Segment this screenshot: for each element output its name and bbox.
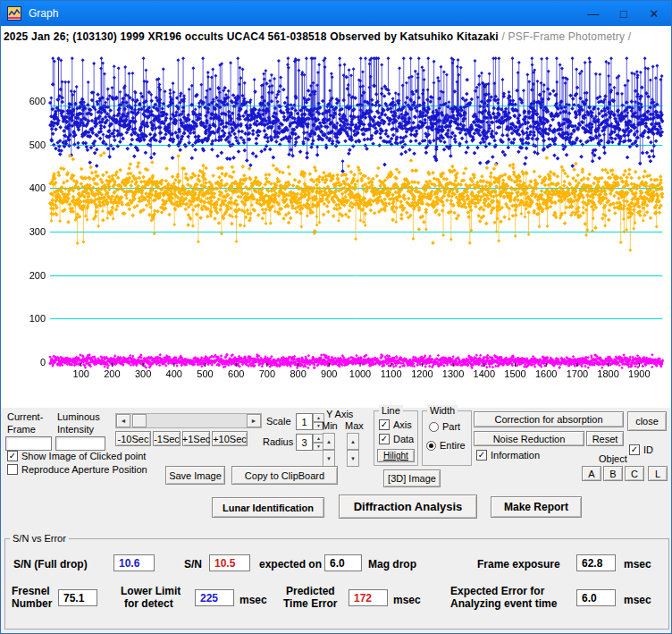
information-checkbox-box xyxy=(476,450,487,461)
photometry-chart[interactable] xyxy=(6,47,668,403)
scale-label: Scale xyxy=(266,416,291,427)
lower-limit-label: Lower Limit xyxy=(121,585,181,597)
axis-checkbox-label: Axis xyxy=(393,419,412,430)
close-icon[interactable]: ✕ xyxy=(639,1,669,26)
line-groupbox: Line Axis Data Hilight xyxy=(374,410,418,466)
information-checkbox[interactable]: Information xyxy=(476,450,540,461)
close-button[interactable]: close xyxy=(627,411,667,431)
entire-radio-circle xyxy=(426,441,436,451)
width-groupbox: Width Part Entire xyxy=(422,410,472,466)
axis-checkbox-box xyxy=(379,419,390,430)
yaxis-label: Y Axis xyxy=(326,409,353,419)
fresnel-value[interactable]: 75.1 xyxy=(58,589,97,606)
sn-full-drop-label: S/N (Full drop) xyxy=(13,558,88,571)
scrollbar-thumb[interactable] xyxy=(132,414,147,427)
max-down-icon[interactable]: ▼ xyxy=(347,450,359,467)
correction-absorption-button[interactable]: Correction for absorption xyxy=(474,411,624,427)
reproduce-aperture-checkbox-label: Reproduce Aperture Position xyxy=(21,464,147,475)
sn-value[interactable]: 10.5 xyxy=(209,554,250,571)
diffraction-analysis-button[interactable]: Diffraction Analysis xyxy=(339,495,477,519)
msec-label-3: msec xyxy=(393,594,421,606)
fresnel-label: Fresnel xyxy=(12,585,50,597)
scroll-left-icon[interactable]: ◄ xyxy=(116,414,130,427)
fresnel-label-2: Number xyxy=(12,597,52,610)
predicted-label: Predicted xyxy=(286,585,335,597)
information-checkbox-label: Information xyxy=(491,450,540,461)
graph-window: Graph — □ ✕ 2025 Jan 26; (103130) 1999 X… xyxy=(0,0,672,634)
yaxis-min-label: Min xyxy=(322,420,338,431)
mag-drop-label: Mag drop xyxy=(368,558,416,571)
predicted-time-error-value[interactable]: 172 xyxy=(349,589,388,606)
id-checkbox[interactable]: ID xyxy=(629,444,653,455)
lower-limit-value[interactable]: 225 xyxy=(195,589,234,606)
yaxis-max-spinner[interactable]: ▲ ▼ xyxy=(347,433,359,467)
show-image-checkbox[interactable]: Show Image of Clicked point xyxy=(7,451,146,461)
id-checkbox-label: ID xyxy=(643,444,653,455)
window-title: Graph xyxy=(29,7,58,20)
plus-10sec-button[interactable]: +10Sec xyxy=(212,431,248,446)
current-frame-label-2: Frame xyxy=(7,424,36,435)
luminous-intensity-input[interactable] xyxy=(55,436,105,451)
line-group-title: Line xyxy=(379,405,403,416)
image-3d-button[interactable]: [3D] Image xyxy=(383,469,441,487)
make-report-button[interactable]: Make Report xyxy=(491,496,582,518)
radius-spinner[interactable]: 3 ▲ ▼ xyxy=(296,434,324,451)
minus-1sec-button[interactable]: -1Sec xyxy=(153,431,181,446)
scroll-right-icon[interactable]: ► xyxy=(247,414,261,427)
object-l-button[interactable]: L xyxy=(648,466,668,481)
expected-error-value[interactable]: 6.0 xyxy=(576,589,616,606)
predicted-label-2: Time Error xyxy=(283,597,337,610)
entire-radio-label: Entire xyxy=(440,440,466,451)
entire-radio[interactable]: Entire xyxy=(426,440,466,451)
msec-label-2: msec xyxy=(239,594,267,606)
radius-value[interactable]: 3 xyxy=(296,434,313,451)
lunar-identification-button[interactable]: Lunar Identification xyxy=(212,497,324,518)
minimize-icon[interactable]: — xyxy=(578,1,609,26)
part-radio-label: Part xyxy=(442,421,460,432)
current-frame-label: Current- xyxy=(7,411,43,422)
msec-label-1: msec xyxy=(624,558,651,571)
hilight-button[interactable]: Hilight xyxy=(377,449,415,462)
axis-checkbox[interactable]: Axis xyxy=(379,419,412,430)
copy-clipboard-button[interactable]: Copy to ClipBoard xyxy=(231,466,338,485)
scale-spinner[interactable]: 1 ▲ ▼ xyxy=(296,413,324,430)
max-up-icon[interactable]: ▲ xyxy=(347,433,359,450)
id-checkbox-box xyxy=(629,444,640,455)
radius-label: Radius xyxy=(263,436,293,447)
object-a-button[interactable]: A xyxy=(582,466,601,481)
mag-drop-value[interactable]: 6.0 xyxy=(324,554,362,571)
show-image-checkbox-box xyxy=(7,451,18,461)
noise-reduction-button[interactable]: Noise Reduction xyxy=(474,431,584,446)
scrollbar-track[interactable] xyxy=(130,414,247,427)
width-group-title: Width xyxy=(427,405,458,416)
min-down-icon[interactable]: ▼ xyxy=(323,450,335,467)
title-bar[interactable]: Graph — □ ✕ xyxy=(1,1,671,26)
reproduce-aperture-checkbox[interactable]: Reproduce Aperture Position xyxy=(7,464,147,475)
part-radio[interactable]: Part xyxy=(429,421,460,432)
app-icon xyxy=(7,6,21,21)
min-up-icon[interactable]: ▲ xyxy=(323,433,335,450)
msec-label-4: msec xyxy=(624,594,651,606)
object-b-button[interactable]: B xyxy=(603,466,623,481)
scale-value[interactable]: 1 xyxy=(296,413,313,430)
frame-scrollbar[interactable]: ◄ ► xyxy=(115,413,262,428)
yaxis-min-spinner[interactable]: ▲ ▼ xyxy=(323,433,335,467)
current-frame-input[interactable] xyxy=(5,436,52,451)
expected-on-label: expected on xyxy=(259,558,322,571)
frame-exposure-label: Frame exposure xyxy=(477,558,560,571)
frame-exposure-value[interactable]: 62.8 xyxy=(576,554,616,571)
maximize-icon[interactable]: □ xyxy=(609,1,639,26)
data-checkbox[interactable]: Data xyxy=(379,434,414,444)
object-c-button[interactable]: C xyxy=(625,466,644,481)
minus-10sec-button[interactable]: -10Sec xyxy=(115,431,151,446)
luminous-label: Luminous xyxy=(57,411,100,422)
save-image-button[interactable]: Save Image xyxy=(165,466,225,485)
data-checkbox-box xyxy=(379,434,390,444)
observation-title: 2025 Jan 26; (103130) 1999 XR196 occults… xyxy=(4,30,501,43)
reproduce-aperture-checkbox-box xyxy=(7,464,18,475)
plus-1sec-button[interactable]: +1Sec xyxy=(182,431,210,446)
sn-full-drop-value[interactable]: 10.6 xyxy=(113,554,155,571)
part-radio-circle xyxy=(429,422,439,432)
reset-button[interactable]: Reset xyxy=(586,431,624,446)
expected-error-label: Expected Error for xyxy=(450,585,544,597)
